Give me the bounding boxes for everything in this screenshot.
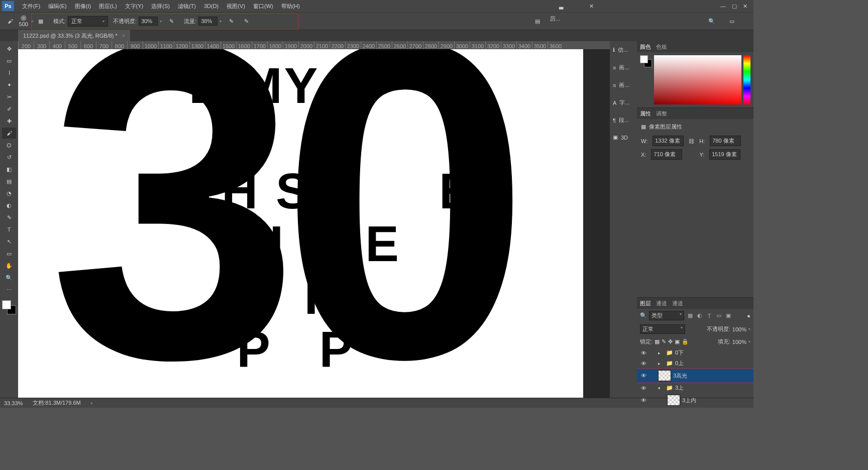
layer-row[interactable]: 👁3高光: [637, 369, 753, 383]
tab-channels[interactable]: 通道: [656, 300, 667, 307]
window-minimize-icon[interactable]: —: [720, 3, 726, 10]
menu-3d[interactable]: 3D(D): [200, 3, 223, 9]
foreground-color-swatch[interactable]: [2, 300, 11, 309]
history-panel-icon[interactable]: ▤: [531, 15, 544, 27]
brush-settings-panel-icon[interactable]: ≡画...: [610, 80, 637, 90]
menu-select[interactable]: 选择(S): [147, 3, 174, 10]
tab-color[interactable]: 颜色: [640, 43, 651, 51]
tab-swatches[interactable]: 色板: [656, 43, 667, 51]
3d-panel-icon[interactable]: ▣3D: [610, 133, 637, 142]
filter-type-icon[interactable]: T: [705, 312, 713, 320]
width-input[interactable]: 1332 像素: [653, 136, 684, 146]
menu-edit[interactable]: 编辑(E): [44, 3, 71, 10]
visibility-icon[interactable]: 👁: [640, 350, 647, 356]
tab-layers[interactable]: 图层: [640, 300, 651, 307]
window-maximize-icon[interactable]: ▢: [732, 3, 737, 10]
layer-row[interactable]: 👁▸📁0上: [637, 358, 753, 369]
eyedropper-tool[interactable]: ✐: [2, 103, 16, 114]
airbrush-icon[interactable]: ✎: [225, 15, 237, 27]
hue-slider[interactable]: [743, 55, 750, 104]
document-tab[interactable]: 11222.psd @ 33.3% (3 高光, RGB/8) * ×: [18, 30, 130, 41]
shape-tool[interactable]: ▭: [2, 248, 16, 259]
layer-filter-select[interactable]: 类型▾: [649, 311, 684, 320]
menu-view[interactable]: 视图(V): [223, 3, 249, 10]
menu-type[interactable]: 文字(Y): [121, 3, 148, 10]
filter-adjust-icon[interactable]: ◐: [696, 312, 704, 320]
layer-row[interactable]: 👁▾📁3上: [637, 383, 753, 393]
y-input[interactable]: 1519 像素: [709, 149, 740, 160]
pen-tool[interactable]: ✎: [2, 212, 16, 223]
close-tab-icon[interactable]: ×: [122, 33, 125, 39]
link-wh-icon[interactable]: ⛓: [689, 138, 694, 144]
disclosure-icon[interactable]: ▾: [658, 386, 664, 391]
flow-input[interactable]: 38%: [198, 17, 218, 26]
zoom-tool[interactable]: 🔍: [2, 272, 16, 283]
eraser-tool[interactable]: ◧: [2, 164, 16, 175]
crop-tool[interactable]: ✂: [2, 91, 16, 102]
character-panel-icon[interactable]: A字...: [610, 98, 637, 107]
filter-toggle-icon[interactable]: ●: [747, 313, 750, 319]
menu-help[interactable]: 帮助(H): [277, 3, 304, 10]
path-select-tool[interactable]: ↖: [2, 236, 16, 247]
lock-all-icon[interactable]: 🔒: [682, 338, 689, 345]
move-tool[interactable]: ✥: [2, 43, 16, 54]
healing-tool[interactable]: ✚: [2, 115, 16, 127]
document-canvas[interactable]: E MY I TH S ES T I E S I P P 30: [18, 49, 583, 398]
color-field[interactable]: [654, 55, 741, 104]
menu-window[interactable]: 窗口(W): [249, 3, 277, 10]
hand-tool[interactable]: ✋: [2, 260, 16, 271]
height-input[interactable]: 780 像素: [710, 136, 741, 146]
lock-paint-icon[interactable]: ✎: [662, 338, 666, 345]
disclosure-icon[interactable]: ▸: [658, 361, 664, 366]
layer-name[interactable]: 3上内: [682, 397, 696, 404]
zoom-level[interactable]: 33.33%: [4, 400, 23, 406]
layer-opacity-input[interactable]: 100%: [732, 326, 746, 332]
pressure-size-icon[interactable]: ✎: [240, 15, 252, 27]
search-icon[interactable]: 🔍: [640, 312, 647, 319]
blend-mode-select[interactable]: 正常▾: [68, 16, 108, 27]
layer-name[interactable]: 0上: [675, 360, 684, 367]
blur-tool[interactable]: ◔: [2, 188, 16, 199]
visibility-icon[interactable]: 👁: [640, 361, 647, 367]
pressure-opacity-icon[interactable]: ✎: [165, 15, 177, 27]
tab-adjustments[interactable]: 调整: [656, 110, 667, 118]
lasso-tool[interactable]: ⌇: [2, 67, 16, 78]
layer-name[interactable]: 3上: [675, 384, 684, 392]
opacity-input[interactable]: 30%: [139, 17, 158, 26]
lock-artboard-icon[interactable]: ▣: [675, 338, 680, 345]
magic-wand-tool[interactable]: ✦: [2, 79, 16, 90]
paragraph-panel-icon[interactable]: ¶段...: [610, 115, 637, 125]
visibility-icon[interactable]: 👁: [640, 373, 647, 379]
blend-mode-select[interactable]: 正常▾: [640, 324, 685, 334]
filter-shape-icon[interactable]: ▭: [715, 312, 723, 320]
filter-pixel-icon[interactable]: ▦: [686, 312, 694, 320]
stamp-tool[interactable]: ⌬: [2, 140, 16, 151]
visibility-icon[interactable]: 👁: [640, 397, 647, 403]
marquee-tool[interactable]: ▭: [2, 55, 16, 66]
layer-row[interactable]: 👁3上外: [637, 407, 753, 408]
type-tool[interactable]: T: [2, 224, 16, 235]
brush-preset-picker[interactable]: 500: [18, 15, 30, 27]
workspace-icon[interactable]: ▭: [726, 15, 738, 27]
menu-layer[interactable]: 图层(L): [95, 3, 121, 10]
doc-min-icon[interactable]: ▃: [559, 3, 563, 10]
history-brush-tool[interactable]: ↺: [2, 152, 16, 163]
filter-smart-icon[interactable]: ▣: [724, 312, 732, 320]
layer-name[interactable]: 3高光: [673, 372, 687, 380]
menu-filter[interactable]: 滤镜(T): [174, 3, 200, 10]
brush-panel-toggle[interactable]: ▦: [35, 15, 47, 27]
x-input[interactable]: 710 像素: [651, 149, 682, 160]
brushes-panel-icon[interactable]: ≡画...: [610, 63, 637, 72]
more-tools-icon[interactable]: ⋯: [2, 284, 16, 295]
window-close-icon[interactable]: ✕: [743, 3, 747, 10]
info-panel-icon[interactable]: ℹ信...: [610, 45, 637, 55]
dodge-tool[interactable]: ◐: [2, 200, 16, 211]
tab-properties[interactable]: 属性: [640, 110, 651, 118]
lock-position-icon[interactable]: ✥: [668, 338, 673, 345]
color-panel-swatches[interactable]: [640, 55, 652, 67]
menu-image[interactable]: 图像(I): [71, 3, 95, 10]
layer-row[interactable]: 👁▸📁0下: [637, 347, 753, 358]
layer-row[interactable]: 👁3上内: [637, 393, 753, 407]
disclosure-icon[interactable]: ▸: [658, 350, 664, 356]
menu-file[interactable]: 文件(F): [18, 3, 44, 10]
